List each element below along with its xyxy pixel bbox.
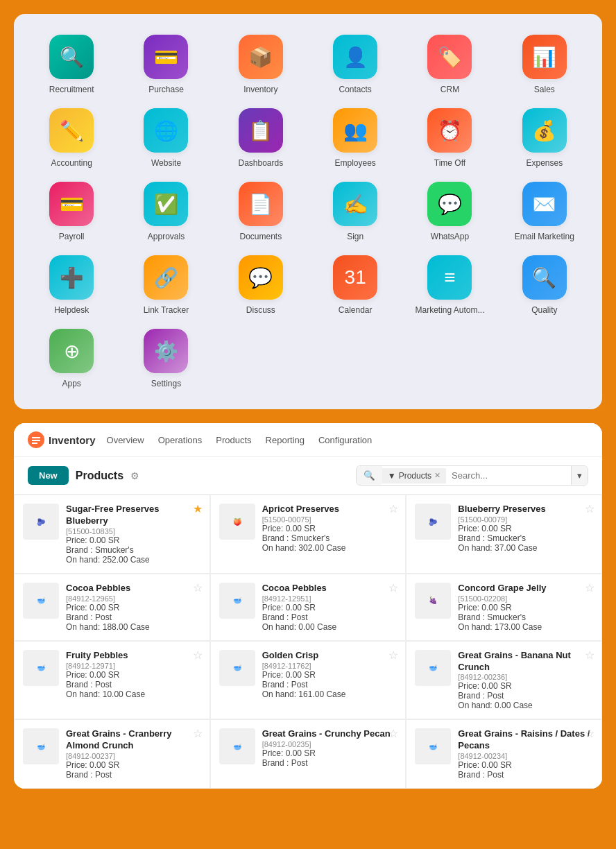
app-item-timeoff[interactable]: ⏰Time Off <box>406 108 493 168</box>
app-item-settings[interactable]: ⚙️Settings <box>122 329 209 388</box>
nav-item-configuration[interactable]: Configuration <box>318 432 372 448</box>
product-card[interactable]: ☆🥣Golden Crisp[84912-11762]Price: 0.00 S… <box>210 641 407 720</box>
product-card[interactable]: ☆🍇Concord Grape Jelly[51500-02208]Price:… <box>406 574 602 641</box>
search-input[interactable] <box>446 466 571 485</box>
product-brand: Brand : Post <box>262 758 397 768</box>
app-label-discuss: Discuss <box>246 305 275 315</box>
product-card-inner: 🥣Great Grains - Raisins / Dates / Pecans… <box>415 728 593 780</box>
app-icon-quality: 🔍 <box>522 255 567 300</box>
product-info: Concord Grape Jelly[51500-02208]Price: 0… <box>458 583 593 632</box>
product-star-button[interactable]: ☆ <box>193 727 203 740</box>
app-item-crm[interactable]: 🏷️CRM <box>406 35 493 94</box>
app-item-accounting[interactable]: ✏️Accounting <box>28 108 115 168</box>
product-brand: Brand : Smucker's <box>262 533 397 543</box>
product-star-button[interactable]: ☆ <box>193 581 203 594</box>
product-star-button[interactable]: ☆ <box>388 502 398 515</box>
app-icon-apps: ⊕ <box>49 329 94 373</box>
product-card-inner: 🥣Cocoa Pebbles[84912-12951]Price: 0.00 S… <box>219 583 397 632</box>
product-card[interactable]: ☆🥣Great Grains - Cranberry Almond Crunch… <box>14 719 210 789</box>
app-item-whatsapp[interactable]: 💬WhatsApp <box>406 182 493 241</box>
app-label-purchase: Purchase <box>148 85 184 94</box>
new-button[interactable]: New <box>28 466 69 485</box>
nav-item-overview[interactable]: Overview <box>107 432 144 448</box>
app-label-recruitment: Recruitment <box>49 85 94 94</box>
app-item-inventory[interactable]: 📦Inventory <box>217 35 305 94</box>
product-brand: Brand : Post <box>66 680 201 689</box>
app-label-settings: Settings <box>151 379 181 388</box>
product-name: Great Grains - Raisins / Dates / Pecans <box>458 728 593 752</box>
app-item-marketingauto[interactable]: ≡Marketing Autom... <box>406 255 493 315</box>
filter-remove-button[interactable]: ✕ <box>434 471 440 480</box>
app-item-website[interactable]: 🌐Website <box>122 108 209 168</box>
app-item-documents[interactable]: 📄Documents <box>217 182 305 241</box>
product-card[interactable]: ☆🫐Blueberry Preserves[51500-00079]Price:… <box>406 495 602 574</box>
product-onhand: On hand: 252.00 Case <box>66 555 201 565</box>
app-item-purchase[interactable]: 💳Purchase <box>122 35 209 94</box>
product-price: Price: 0.00 SR <box>458 681 593 691</box>
app-item-employees[interactable]: 👥Employees <box>311 108 399 168</box>
product-star-button[interactable]: ★ <box>193 502 203 515</box>
product-card[interactable]: ★🫐Sugar-Free Preserves Blueberry[51500-1… <box>14 495 210 574</box>
nav-item-products[interactable]: Products <box>216 432 251 448</box>
nav-item-reporting[interactable]: Reporting <box>266 432 305 448</box>
product-image: 🥣 <box>23 583 59 619</box>
app-item-approvals[interactable]: ✅Approvals <box>122 182 209 241</box>
app-item-contacts[interactable]: 👤Contacts <box>311 35 399 94</box>
app-icon-discuss: 💬 <box>239 255 283 300</box>
product-info: Great Grains - Cranberry Almond Crunch[8… <box>66 728 201 780</box>
product-star-button[interactable]: ☆ <box>585 502 594 515</box>
app-item-sign[interactable]: ✍️Sign <box>311 182 399 241</box>
product-info: Fruity Pebbles[84912-12971]Price: 0.00 S… <box>66 650 201 699</box>
app-item-recruitment[interactable]: 🔍Recruitment <box>28 35 115 94</box>
app-item-calendar[interactable]: 31Calendar <box>311 255 399 315</box>
search-icon-button[interactable]: 🔍 <box>357 466 382 485</box>
product-info: Great Grains - Raisins / Dates / Pecans[… <box>458 728 593 780</box>
app-item-payroll[interactable]: 💳Payroll <box>28 182 115 241</box>
inventory-header: Inventory OverviewOperationsProductsRepo… <box>14 423 602 457</box>
page-title: Products <box>76 470 123 482</box>
search-dropdown-button[interactable]: ▾ <box>571 466 588 485</box>
app-label-calendar: Calendar <box>339 305 373 315</box>
app-item-emailmarketing[interactable]: ✉️Email Marketing <box>501 182 588 241</box>
app-item-helpdesk[interactable]: ➕Helpdesk <box>28 255 115 315</box>
app-item-discuss[interactable]: 💬Discuss <box>217 255 305 315</box>
app-item-apps[interactable]: ⊕Apps <box>28 329 115 388</box>
product-star-button[interactable]: ☆ <box>585 581 594 594</box>
product-sku: [84912-00237] <box>66 752 201 760</box>
product-onhand: On hand: 161.00 Case <box>262 689 397 699</box>
product-card[interactable]: ☆🥣Great Grains - Crunchy Pecan[84912-002… <box>210 719 407 789</box>
product-onhand: On hand: 0.00 Case <box>262 622 397 632</box>
app-item-linktracker[interactable]: 🔗Link Tracker <box>122 255 209 315</box>
product-card[interactable]: ☆🥣Great Grains - Banana Nut Crunch[84912… <box>406 641 602 720</box>
product-card[interactable]: ☆🥣Cocoa Pebbles[84912-12965]Price: 0.00 … <box>14 574 210 641</box>
product-star-button[interactable]: ☆ <box>388 581 398 594</box>
product-star-button[interactable]: ☆ <box>193 649 203 662</box>
app-icon-settings: ⚙️ <box>144 329 188 373</box>
product-star-button[interactable]: ☆ <box>388 649 398 662</box>
product-star-button[interactable]: ☆ <box>585 727 594 740</box>
product-card[interactable]: ☆🥣Great Grains - Raisins / Dates / Pecan… <box>406 719 602 789</box>
product-star-button[interactable]: ☆ <box>388 727 398 740</box>
product-card[interactable]: ☆🥣Cocoa Pebbles[84912-12951]Price: 0.00 … <box>210 574 407 641</box>
app-icon-purchase: 💳 <box>144 35 188 79</box>
app-item-quality[interactable]: 🔍Quality <box>501 255 588 315</box>
product-image: 🥣 <box>23 728 59 764</box>
product-sku: [84912-00236] <box>458 673 593 681</box>
app-icon-payroll: 💳 <box>49 182 94 226</box>
product-star-button[interactable]: ☆ <box>585 649 594 662</box>
product-info: Blueberry Preserves[51500-00079]Price: 0… <box>458 504 593 553</box>
app-label-crm: CRM <box>440 85 459 94</box>
app-item-sales[interactable]: 📊Sales <box>501 35 588 94</box>
nav-item-operations[interactable]: Operations <box>158 432 203 448</box>
app-label-documents: Documents <box>239 232 282 241</box>
product-card[interactable]: ☆🍑Apricot Preserves[51500-00075]Price: 0… <box>210 495 407 574</box>
product-card-inner: 🥣Fruity Pebbles[84912-12971]Price: 0.00 … <box>23 650 201 699</box>
product-image: 🥣 <box>415 728 451 764</box>
app-item-dashboards[interactable]: 📋Dashboards <box>217 108 305 168</box>
app-icon-website: 🌐 <box>144 108 188 153</box>
gear-button[interactable]: ⚙ <box>130 470 139 481</box>
inventory-logo-icon <box>28 431 44 448</box>
filter-label: Products <box>399 471 431 481</box>
product-card[interactable]: ☆🥣Fruity Pebbles[84912-12971]Price: 0.00… <box>14 641 210 720</box>
app-item-expenses[interactable]: 💰Expenses <box>501 108 588 168</box>
